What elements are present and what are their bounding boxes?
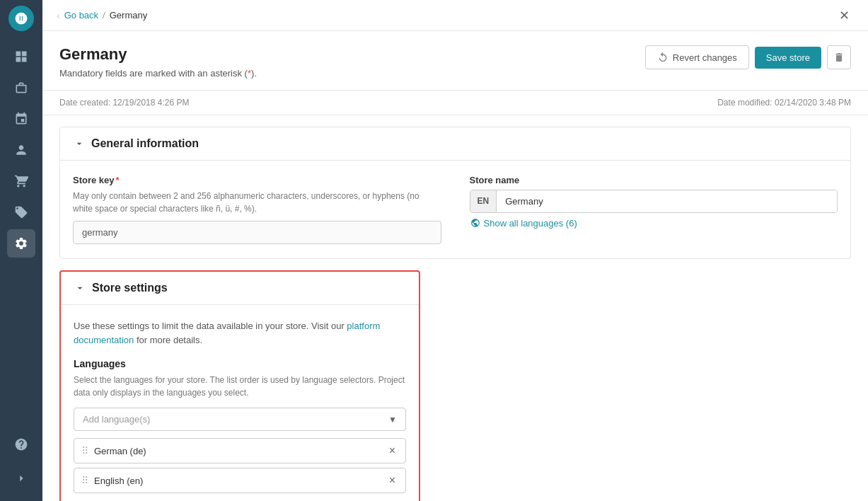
drag-handle-german[interactable]: ⠿	[81, 445, 88, 456]
general-info-chevron	[73, 137, 86, 150]
header-actions: Revert changes Save store	[645, 45, 851, 69]
sidebar-item-tags[interactable]	[7, 198, 35, 226]
store-key-group: Store key * May only contain between 2 a…	[73, 175, 441, 244]
language-tag-left-german: ⠿ German (de)	[81, 445, 146, 456]
store-key-label-text: Store key	[73, 175, 115, 185]
back-label: Go back	[64, 10, 98, 21]
store-name-label: Store name	[470, 175, 838, 185]
language-name-english: English (en)	[94, 476, 143, 486]
desc-end: for more details.	[134, 335, 202, 345]
language-tag-german: ⠿ German (de) ×	[74, 438, 406, 463]
sidebar-item-help[interactable]	[7, 430, 35, 459]
store-key-required: *	[116, 175, 120, 185]
sidebar-item-customers[interactable]	[7, 136, 35, 164]
save-button[interactable]: Save store	[755, 47, 821, 69]
remove-german-button[interactable]: ×	[386, 444, 398, 457]
store-settings-section: Store settings Use these settings to lim…	[59, 270, 420, 501]
store-settings-desc: Use these settings to limit the data ava…	[74, 319, 406, 347]
globe-icon	[470, 217, 481, 229]
dropdown-arrow-icon: ▼	[388, 415, 397, 425]
store-settings-title: Store settings	[92, 282, 168, 294]
store-settings-body: Use these settings to limit the data ava…	[61, 305, 419, 501]
drag-handle-english[interactable]: ⠿	[81, 475, 88, 486]
delete-button[interactable]	[827, 45, 851, 69]
general-info-form-row: Store key * May only contain between 2 a…	[73, 175, 838, 244]
store-name-group: Store name EN Show all languages (6)	[470, 175, 838, 229]
breadcrumb-current: Germany	[110, 10, 147, 21]
show-languages-text: Show all languages (6)	[484, 218, 577, 229]
sidebar-item-products[interactable]	[7, 74, 35, 102]
close-button[interactable]: ✕	[834, 6, 854, 25]
sidebar-item-dashboard[interactable]	[7, 42, 35, 71]
languages-sub-desc: Select the languages for your store. The…	[74, 374, 406, 399]
store-key-label: Store key *	[73, 175, 441, 185]
show-languages-link[interactable]: Show all languages (6)	[470, 217, 838, 229]
language-name-german: German (de)	[94, 446, 146, 456]
dates-bar: Date created: 12/19/2018 4:26 PM Date mo…	[42, 91, 868, 115]
page-header: Germany Mandatory fields are marked with…	[42, 31, 868, 91]
modal-body: Germany Mandatory fields are marked with…	[42, 31, 868, 501]
general-info-body: Store key * May only contain between 2 a…	[60, 161, 850, 258]
breadcrumb: ‹ Go back / Germany	[57, 10, 147, 21]
add-language-placeholder: Add language(s)	[83, 414, 150, 425]
modal-panel: ‹ Go back / Germany ✕ Germany Mandatory …	[42, 0, 868, 501]
sidebar-bottom	[7, 430, 35, 495]
add-language-dropdown[interactable]: Add language(s) ▼	[74, 408, 406, 431]
sidebar-item-orders[interactable]	[7, 167, 35, 195]
modal-header: ‹ Go back / Germany ✕	[42, 0, 868, 31]
general-info-section: General information Store key * May only…	[59, 127, 851, 259]
sidebar-item-settings[interactable]	[7, 229, 35, 258]
mandatory-text: Mandatory fields are marked with an aste…	[59, 68, 248, 79]
store-name-input-wrap: EN	[470, 190, 838, 213]
desc-text: Use these settings to limit the data ava…	[74, 321, 347, 331]
store-key-hint: May only contain between 2 and 256 alpha…	[73, 190, 441, 215]
breadcrumb-separator: /	[103, 10, 105, 21]
store-settings-chevron	[74, 282, 86, 294]
main-area: ‹ Go back / Germany ✕ Germany Mandatory …	[42, 0, 868, 501]
revert-label: Revert changes	[673, 52, 737, 63]
lang-prefix: EN	[470, 190, 497, 212]
page-header-left: Germany Mandatory fields are marked with…	[59, 45, 257, 79]
mandatory-note: Mandatory fields are marked with an aste…	[59, 68, 257, 79]
app-logo[interactable]	[8, 6, 34, 31]
store-settings-header[interactable]: Store settings	[61, 272, 419, 305]
general-info-header[interactable]: General information	[60, 127, 850, 161]
revert-button[interactable]: Revert changes	[645, 45, 749, 69]
remove-english-button[interactable]: ×	[386, 474, 398, 487]
languages-sub-title: Languages	[74, 358, 406, 369]
sidebar	[0, 0, 42, 501]
general-info-title: General information	[91, 137, 199, 150]
language-tag-english: ⠿ English (en) ×	[74, 468, 406, 493]
sidebar-item-tree[interactable]	[7, 105, 35, 133]
date-created: Date created: 12/19/2018 4:26 PM	[59, 98, 189, 108]
language-tag-left-english: ⠿ English (en)	[81, 475, 143, 486]
go-back-link[interactable]: Go back	[64, 10, 98, 21]
save-label: Save store	[766, 52, 810, 63]
store-key-input[interactable]	[73, 221, 441, 244]
date-modified: Date modified: 02/14/2020 3:48 PM	[717, 98, 851, 108]
sidebar-item-collapse[interactable]	[7, 464, 35, 493]
mandatory-end: ).	[251, 68, 257, 79]
store-name-input[interactable]	[497, 190, 837, 212]
page-title: Germany	[59, 45, 257, 64]
